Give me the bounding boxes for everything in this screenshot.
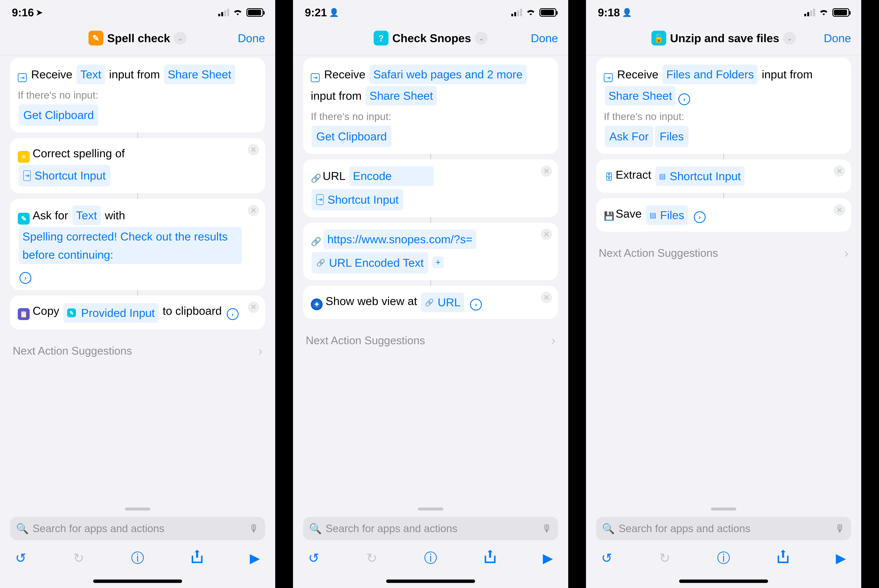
input-type-token[interactable]: Files and Folders [662, 64, 758, 84]
done-button[interactable]: Done [824, 32, 851, 45]
receive-card[interactable]: ⇥ Receive Files and Folders input from S… [596, 58, 851, 154]
sheet-grabber[interactable] [711, 508, 736, 510]
undo-button[interactable]: ↺ [308, 550, 319, 566]
share-button[interactable] [191, 550, 203, 566]
info-button[interactable]: ⓘ [717, 549, 730, 567]
done-button[interactable]: Done [531, 32, 558, 45]
prompt-token[interactable]: Spelling corrected! Check out the result… [19, 227, 242, 264]
input-source-token[interactable]: Share Sheet [164, 64, 235, 84]
variable-token[interactable]: ▤Files [646, 206, 688, 225]
input-source-token[interactable]: Share Sheet [604, 86, 676, 106]
disclosure-icon[interactable]: › [678, 93, 690, 105]
search-field[interactable]: 🔍🎙 [596, 517, 851, 540]
save-icon: 💾 [604, 211, 614, 221]
action-card[interactable]: ✕✦Show web view at 🔗URL › [303, 286, 558, 319]
next-action-suggestions[interactable]: Next Action Suggestions› [303, 324, 558, 348]
action-library-sheet[interactable]: 🔍🎙↺↻ⓘ▶ [293, 502, 568, 588]
action-card[interactable]: ✕🔗https://www.snopes.com/?s=🔗URL Encoded… [303, 223, 558, 280]
undo-button[interactable]: ↺ [15, 550, 26, 566]
shortcut-title[interactable]: 🔓Unzip and save files⌄ [651, 31, 796, 45]
cellular-signal-icon [804, 9, 815, 16]
variable-token[interactable]: ⇥Shortcut Input [312, 189, 403, 210]
search-input[interactable] [33, 522, 245, 535]
shortcut-title[interactable]: ✎Spell check⌄ [88, 31, 186, 45]
search-field[interactable]: 🔍🎙 [303, 517, 558, 540]
share-button[interactable] [484, 550, 496, 566]
shortcut-title[interactable]: ?Check Snopes⌄ [374, 31, 488, 45]
param-token[interactable]: Encode [349, 166, 434, 186]
action-card[interactable]: ✕📋Copy ✎Provided Input to clipboard › [10, 296, 265, 330]
chevron-right-icon: › [551, 333, 555, 348]
disclosure-icon[interactable]: › [470, 298, 482, 310]
undo-button[interactable]: ↺ [601, 550, 612, 566]
mic-icon[interactable]: 🎙 [249, 523, 259, 534]
mic-icon[interactable]: 🎙 [542, 523, 552, 534]
param-token[interactable]: Text [72, 206, 101, 225]
next-action-suggestions[interactable]: Next Action Suggestions› [10, 335, 265, 358]
run-button[interactable]: ▶ [250, 550, 260, 566]
wifi-icon [526, 8, 536, 18]
disclosure-icon[interactable]: › [694, 211, 706, 223]
disclosure-icon[interactable]: › [20, 272, 32, 284]
search-input[interactable] [326, 522, 538, 535]
variable-token[interactable]: ▤Shortcut Input [655, 166, 745, 186]
input-type-token[interactable]: Safari web pages and 2 more [369, 64, 526, 84]
fallback-token-2[interactable]: Files [655, 126, 688, 147]
variable-token[interactable]: 🔗URL [421, 292, 464, 312]
shortcut-icon: 🔓 [651, 31, 666, 45]
fallback-token[interactable]: Ask For [604, 126, 653, 147]
link-icon: 🔗 [316, 257, 325, 268]
file-icon: ▤ [659, 170, 666, 182]
chevron-down-icon[interactable]: ⌄ [475, 32, 488, 45]
link-icon: 🔗 [311, 173, 321, 183]
battery-icon [832, 8, 849, 17]
battery-icon [539, 8, 556, 17]
action-app-icon: 📋 [18, 308, 30, 320]
url-token[interactable]: https://www.snopes.com/?s= [324, 230, 476, 249]
delete-action-button[interactable]: ✕ [248, 302, 259, 313]
disclosure-icon[interactable]: › [227, 308, 238, 320]
variable-token[interactable]: 🔗URL Encoded Text [312, 252, 428, 273]
delete-action-button[interactable]: ✕ [248, 144, 259, 155]
input-type-token[interactable]: Text [76, 64, 105, 84]
done-button[interactable]: Done [238, 32, 265, 45]
input-source-token[interactable]: Share Sheet [366, 86, 437, 106]
search-input[interactable] [619, 522, 831, 535]
delete-action-button[interactable]: ✕ [541, 292, 552, 303]
chevron-down-icon[interactable]: ⌄ [783, 32, 796, 45]
variable-token[interactable]: ⇥Shortcut Input [19, 165, 110, 186]
action-library-sheet[interactable]: 🔍🎙↺↻ⓘ▶ [586, 502, 861, 588]
action-card[interactable]: ✕🗄Extract ▤Shortcut Input [596, 159, 851, 193]
delete-action-button[interactable]: ✕ [248, 205, 259, 216]
share-button[interactable] [777, 550, 789, 566]
sheet-grabber[interactable] [125, 508, 150, 510]
receive-card[interactable]: ⇥ Receive Text input from Share SheetIf … [10, 58, 265, 132]
search-field[interactable]: 🔍🎙 [10, 517, 265, 540]
nav-header: ?Check Snopes⌄Done [293, 21, 568, 55]
delete-action-button[interactable]: ✕ [834, 204, 845, 216]
no-input-label: If there's no input: [604, 108, 843, 125]
chevron-right-icon: › [844, 246, 849, 260]
screenshot-divider [568, 0, 586, 588]
action-card[interactable]: ✕≡Correct spelling of⇥Shortcut Input [10, 138, 265, 193]
action-card[interactable]: ✕✎Ask for Text with Spelling corrected! … [10, 199, 265, 290]
delete-action-button[interactable]: ✕ [541, 229, 552, 240]
action-card[interactable]: ✕💾Save ▤Files › [596, 198, 851, 232]
action-card[interactable]: ✕🔗URL Encode ⇥Shortcut Input [303, 159, 558, 217]
chevron-down-icon[interactable]: ⌄ [174, 32, 187, 45]
sheet-grabber[interactable] [418, 508, 443, 510]
status-bar: 9:16➤ [0, 0, 275, 21]
connector-line [723, 193, 724, 198]
run-button[interactable]: ▶ [543, 550, 553, 566]
fallback-token[interactable]: Get Clipboard [19, 104, 99, 126]
mic-icon[interactable]: 🎙 [835, 523, 845, 534]
info-button[interactable]: ⓘ [424, 549, 437, 567]
add-variable-button[interactable]: + [432, 256, 444, 268]
next-action-suggestions[interactable]: Next Action Suggestions› [596, 237, 851, 260]
receive-card[interactable]: ⇥ Receive Safari web pages and 2 more in… [303, 58, 558, 154]
run-button[interactable]: ▶ [836, 550, 846, 566]
action-library-sheet[interactable]: 🔍🎙↺↻ⓘ▶ [0, 502, 275, 588]
variable-token[interactable]: ✎Provided Input [63, 303, 159, 323]
info-button[interactable]: ⓘ [131, 549, 144, 567]
fallback-token[interactable]: Get Clipboard [312, 126, 392, 147]
